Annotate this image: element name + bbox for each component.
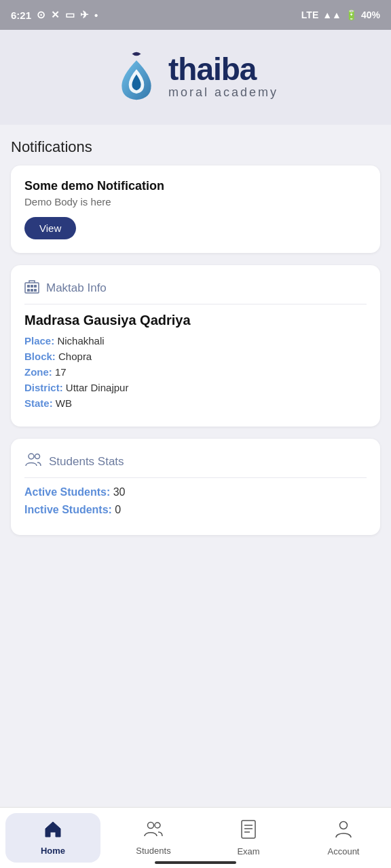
notification-card: Some demo Notification Demo Body is here… (11, 165, 380, 253)
active-students-row: Active Students: 30 (24, 486, 367, 498)
state-row: State: WB (24, 397, 367, 409)
status-bar: 6:21 ⊙ ✕ ▭ ✈ • LTE ▲▲ 🔋 40% (0, 0, 391, 30)
notification-body: Demo Body is here (24, 196, 367, 208)
nav-students-label: Students (136, 846, 170, 856)
students-nav-icon (143, 821, 164, 843)
district-value: Uttar Dinajpur (66, 382, 129, 393)
home-indicator (155, 861, 236, 864)
logo-text-block: thaiba moral academy (168, 54, 278, 98)
signal-bars-icon: ▲▲ (322, 9, 341, 20)
nav-item-students[interactable]: Students (106, 808, 201, 868)
x-icon: ✕ (51, 9, 60, 21)
logo-title: thaiba (168, 54, 278, 85)
block-label: Block: (24, 351, 56, 362)
svg-rect-5 (31, 289, 33, 292)
district-label: District: (24, 382, 63, 393)
maktab-info-header: Maktab Info (24, 279, 367, 304)
nav-item-exam[interactable]: Exam (201, 808, 296, 868)
svg-point-9 (148, 822, 154, 828)
logo-container: thaiba moral academy (113, 49, 278, 103)
zone-label: Zone: (24, 366, 52, 378)
status-right: LTE ▲▲ 🔋 40% (301, 9, 380, 20)
active-students-value: 30 (113, 486, 126, 498)
lte-label: LTE (301, 9, 318, 20)
state-label: State: (24, 397, 53, 409)
active-students-label: Active Students: (24, 486, 110, 498)
nav-item-account[interactable]: Account (296, 808, 391, 868)
maktab-icon (24, 279, 39, 297)
svg-point-8 (35, 454, 40, 459)
district-row: District: Uttar Dinajpur (24, 382, 367, 393)
battery-percent: 40% (361, 9, 380, 20)
zone-row: Zone: 17 (24, 366, 367, 378)
account-icon (335, 820, 352, 844)
sms-icon: ▭ (65, 9, 75, 21)
logo-subtitle: moral academy (168, 86, 278, 98)
notification-title: Some demo Notification (24, 179, 367, 193)
students-stats-card: Students Stats Active Students: 30 Incti… (11, 439, 380, 535)
main-content: Notifications Some demo Notification Dem… (0, 125, 391, 868)
view-button[interactable]: View (24, 217, 76, 239)
nav-exam-label: Exam (237, 846, 259, 856)
nav-account-label: Account (328, 846, 360, 856)
block-row: Block: Chopra (24, 351, 367, 362)
svg-rect-2 (31, 285, 33, 288)
place-label: Place: (24, 335, 54, 347)
svg-point-7 (29, 454, 34, 459)
status-left: 6:21 ⊙ ✕ ▭ ✈ • (11, 9, 98, 21)
state-value: WB (56, 397, 72, 409)
header-logo: thaiba moral academy (0, 30, 391, 125)
students-stats-label: Students Stats (49, 455, 124, 469)
notifications-section-title: Notifications (11, 138, 380, 156)
madrasa-name: Madrasa Gausiya Qadriya (24, 313, 367, 328)
whatsapp-icon: ⊙ (37, 9, 45, 21)
svg-point-15 (340, 821, 348, 829)
svg-rect-6 (34, 289, 37, 292)
exam-icon (240, 820, 257, 844)
zone-value: 17 (55, 366, 67, 378)
dot-icon: • (94, 9, 98, 21)
inactive-students-row: Inctive Students: 0 (24, 504, 367, 516)
telegram-icon: ✈ (80, 9, 89, 21)
place-value: Nichakhali (57, 335, 104, 347)
time: 6:21 (11, 9, 31, 21)
students-icon (24, 452, 42, 471)
bottom-nav: Home Students Exam (0, 807, 391, 868)
inactive-students-value: 0 (115, 504, 121, 515)
home-icon (43, 821, 62, 843)
svg-rect-4 (27, 289, 30, 292)
nav-home-label: Home (41, 846, 65, 856)
maktab-info-label: Maktab Info (46, 281, 107, 295)
nav-item-home[interactable]: Home (5, 813, 100, 863)
students-stats-header: Students Stats (24, 452, 367, 478)
battery-icon: 🔋 (346, 9, 357, 20)
place-row: Place: Nichakhali (24, 335, 367, 347)
svg-point-10 (155, 823, 160, 828)
svg-rect-11 (242, 821, 255, 838)
block-value: Chopra (58, 351, 92, 362)
maktab-info-card: Maktab Info Madrasa Gausiya Qadriya Plac… (11, 265, 380, 427)
svg-rect-1 (27, 285, 30, 288)
inactive-students-label: Inctive Students: (24, 504, 112, 515)
logo-icon (113, 49, 160, 103)
svg-rect-3 (34, 285, 37, 288)
